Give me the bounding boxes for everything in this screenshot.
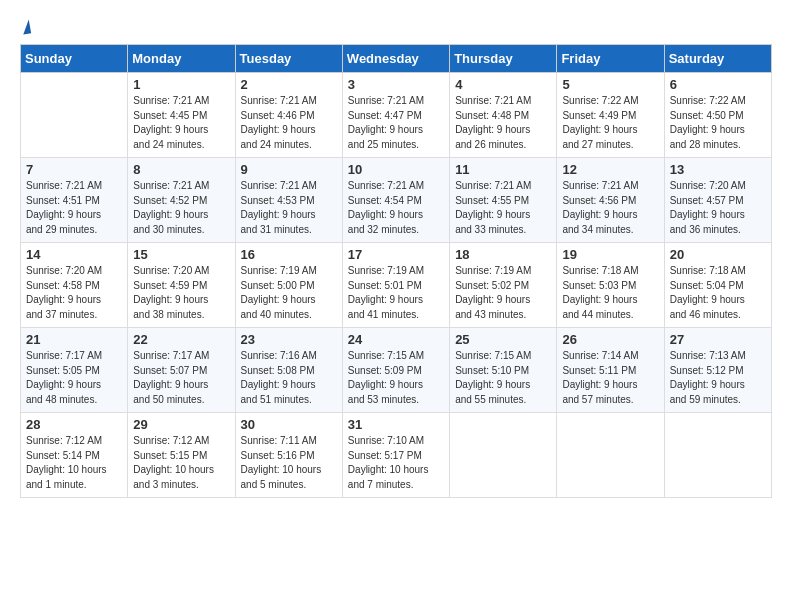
column-header-monday: Monday xyxy=(128,45,235,73)
day-info: Sunrise: 7:16 AM Sunset: 5:08 PM Dayligh… xyxy=(241,349,337,407)
calendar-cell: 11Sunrise: 7:21 AM Sunset: 4:55 PM Dayli… xyxy=(450,158,557,243)
day-number: 3 xyxy=(348,77,444,92)
calendar-cell: 16Sunrise: 7:19 AM Sunset: 5:00 PM Dayli… xyxy=(235,243,342,328)
day-number: 17 xyxy=(348,247,444,262)
calendar-cell: 29Sunrise: 7:12 AM Sunset: 5:15 PM Dayli… xyxy=(128,413,235,498)
calendar-cell: 4Sunrise: 7:21 AM Sunset: 4:48 PM Daylig… xyxy=(450,73,557,158)
page-header xyxy=(20,20,772,34)
calendar-cell: 14Sunrise: 7:20 AM Sunset: 4:58 PM Dayli… xyxy=(21,243,128,328)
calendar-week-row: 28Sunrise: 7:12 AM Sunset: 5:14 PM Dayli… xyxy=(21,413,772,498)
day-info: Sunrise: 7:18 AM Sunset: 5:03 PM Dayligh… xyxy=(562,264,658,322)
day-number: 15 xyxy=(133,247,229,262)
day-info: Sunrise: 7:20 AM Sunset: 4:57 PM Dayligh… xyxy=(670,179,766,237)
calendar-cell: 31Sunrise: 7:10 AM Sunset: 5:17 PM Dayli… xyxy=(342,413,449,498)
day-info: Sunrise: 7:21 AM Sunset: 4:48 PM Dayligh… xyxy=(455,94,551,152)
calendar-cell: 30Sunrise: 7:11 AM Sunset: 5:16 PM Dayli… xyxy=(235,413,342,498)
calendar-week-row: 1Sunrise: 7:21 AM Sunset: 4:45 PM Daylig… xyxy=(21,73,772,158)
day-info: Sunrise: 7:21 AM Sunset: 4:45 PM Dayligh… xyxy=(133,94,229,152)
day-number: 23 xyxy=(241,332,337,347)
day-info: Sunrise: 7:21 AM Sunset: 4:47 PM Dayligh… xyxy=(348,94,444,152)
calendar-cell: 8Sunrise: 7:21 AM Sunset: 4:52 PM Daylig… xyxy=(128,158,235,243)
column-header-saturday: Saturday xyxy=(664,45,771,73)
calendar-week-row: 14Sunrise: 7:20 AM Sunset: 4:58 PM Dayli… xyxy=(21,243,772,328)
day-number: 13 xyxy=(670,162,766,177)
day-info: Sunrise: 7:15 AM Sunset: 5:09 PM Dayligh… xyxy=(348,349,444,407)
column-header-thursday: Thursday xyxy=(450,45,557,73)
calendar-cell: 6Sunrise: 7:22 AM Sunset: 4:50 PM Daylig… xyxy=(664,73,771,158)
day-info: Sunrise: 7:21 AM Sunset: 4:55 PM Dayligh… xyxy=(455,179,551,237)
calendar-cell: 9Sunrise: 7:21 AM Sunset: 4:53 PM Daylig… xyxy=(235,158,342,243)
day-number: 12 xyxy=(562,162,658,177)
calendar-cell: 1Sunrise: 7:21 AM Sunset: 4:45 PM Daylig… xyxy=(128,73,235,158)
calendar-cell: 21Sunrise: 7:17 AM Sunset: 5:05 PM Dayli… xyxy=(21,328,128,413)
calendar-cell: 12Sunrise: 7:21 AM Sunset: 4:56 PM Dayli… xyxy=(557,158,664,243)
day-number: 16 xyxy=(241,247,337,262)
day-info: Sunrise: 7:19 AM Sunset: 5:01 PM Dayligh… xyxy=(348,264,444,322)
day-info: Sunrise: 7:18 AM Sunset: 5:04 PM Dayligh… xyxy=(670,264,766,322)
column-header-tuesday: Tuesday xyxy=(235,45,342,73)
day-info: Sunrise: 7:21 AM Sunset: 4:51 PM Dayligh… xyxy=(26,179,122,237)
day-number: 30 xyxy=(241,417,337,432)
calendar-cell: 22Sunrise: 7:17 AM Sunset: 5:07 PM Dayli… xyxy=(128,328,235,413)
day-number: 18 xyxy=(455,247,551,262)
calendar-week-row: 7Sunrise: 7:21 AM Sunset: 4:51 PM Daylig… xyxy=(21,158,772,243)
day-info: Sunrise: 7:10 AM Sunset: 5:17 PM Dayligh… xyxy=(348,434,444,492)
day-info: Sunrise: 7:21 AM Sunset: 4:52 PM Dayligh… xyxy=(133,179,229,237)
day-number: 22 xyxy=(133,332,229,347)
column-header-sunday: Sunday xyxy=(21,45,128,73)
calendar-cell: 26Sunrise: 7:14 AM Sunset: 5:11 PM Dayli… xyxy=(557,328,664,413)
day-number: 24 xyxy=(348,332,444,347)
day-info: Sunrise: 7:21 AM Sunset: 4:46 PM Dayligh… xyxy=(241,94,337,152)
day-number: 29 xyxy=(133,417,229,432)
calendar-cell: 24Sunrise: 7:15 AM Sunset: 5:09 PM Dayli… xyxy=(342,328,449,413)
day-number: 4 xyxy=(455,77,551,92)
calendar-cell: 5Sunrise: 7:22 AM Sunset: 4:49 PM Daylig… xyxy=(557,73,664,158)
day-number: 25 xyxy=(455,332,551,347)
calendar-cell xyxy=(664,413,771,498)
day-info: Sunrise: 7:17 AM Sunset: 5:07 PM Dayligh… xyxy=(133,349,229,407)
day-info: Sunrise: 7:19 AM Sunset: 5:00 PM Dayligh… xyxy=(241,264,337,322)
day-number: 10 xyxy=(348,162,444,177)
day-info: Sunrise: 7:22 AM Sunset: 4:50 PM Dayligh… xyxy=(670,94,766,152)
day-info: Sunrise: 7:12 AM Sunset: 5:15 PM Dayligh… xyxy=(133,434,229,492)
calendar-cell xyxy=(450,413,557,498)
calendar-cell: 19Sunrise: 7:18 AM Sunset: 5:03 PM Dayli… xyxy=(557,243,664,328)
calendar-header-row: SundayMondayTuesdayWednesdayThursdayFrid… xyxy=(21,45,772,73)
day-info: Sunrise: 7:11 AM Sunset: 5:16 PM Dayligh… xyxy=(241,434,337,492)
calendar-cell xyxy=(557,413,664,498)
calendar-cell: 23Sunrise: 7:16 AM Sunset: 5:08 PM Dayli… xyxy=(235,328,342,413)
calendar-cell: 17Sunrise: 7:19 AM Sunset: 5:01 PM Dayli… xyxy=(342,243,449,328)
day-info: Sunrise: 7:15 AM Sunset: 5:10 PM Dayligh… xyxy=(455,349,551,407)
day-info: Sunrise: 7:20 AM Sunset: 4:58 PM Dayligh… xyxy=(26,264,122,322)
calendar-cell: 10Sunrise: 7:21 AM Sunset: 4:54 PM Dayli… xyxy=(342,158,449,243)
column-header-friday: Friday xyxy=(557,45,664,73)
day-number: 27 xyxy=(670,332,766,347)
calendar-cell: 2Sunrise: 7:21 AM Sunset: 4:46 PM Daylig… xyxy=(235,73,342,158)
day-info: Sunrise: 7:20 AM Sunset: 4:59 PM Dayligh… xyxy=(133,264,229,322)
day-number: 7 xyxy=(26,162,122,177)
calendar-cell: 20Sunrise: 7:18 AM Sunset: 5:04 PM Dayli… xyxy=(664,243,771,328)
day-info: Sunrise: 7:14 AM Sunset: 5:11 PM Dayligh… xyxy=(562,349,658,407)
calendar-cell: 3Sunrise: 7:21 AM Sunset: 4:47 PM Daylig… xyxy=(342,73,449,158)
calendar-week-row: 21Sunrise: 7:17 AM Sunset: 5:05 PM Dayli… xyxy=(21,328,772,413)
column-header-wednesday: Wednesday xyxy=(342,45,449,73)
day-number: 28 xyxy=(26,417,122,432)
calendar-table: SundayMondayTuesdayWednesdayThursdayFrid… xyxy=(20,44,772,498)
day-number: 6 xyxy=(670,77,766,92)
day-info: Sunrise: 7:22 AM Sunset: 4:49 PM Dayligh… xyxy=(562,94,658,152)
calendar-cell: 27Sunrise: 7:13 AM Sunset: 5:12 PM Dayli… xyxy=(664,328,771,413)
day-number: 21 xyxy=(26,332,122,347)
day-number: 31 xyxy=(348,417,444,432)
day-number: 5 xyxy=(562,77,658,92)
day-number: 1 xyxy=(133,77,229,92)
day-number: 20 xyxy=(670,247,766,262)
day-number: 26 xyxy=(562,332,658,347)
day-info: Sunrise: 7:21 AM Sunset: 4:54 PM Dayligh… xyxy=(348,179,444,237)
calendar-cell: 13Sunrise: 7:20 AM Sunset: 4:57 PM Dayli… xyxy=(664,158,771,243)
calendar-cell: 25Sunrise: 7:15 AM Sunset: 5:10 PM Dayli… xyxy=(450,328,557,413)
day-info: Sunrise: 7:21 AM Sunset: 4:56 PM Dayligh… xyxy=(562,179,658,237)
day-number: 19 xyxy=(562,247,658,262)
day-number: 14 xyxy=(26,247,122,262)
day-number: 8 xyxy=(133,162,229,177)
calendar-cell: 18Sunrise: 7:19 AM Sunset: 5:02 PM Dayli… xyxy=(450,243,557,328)
